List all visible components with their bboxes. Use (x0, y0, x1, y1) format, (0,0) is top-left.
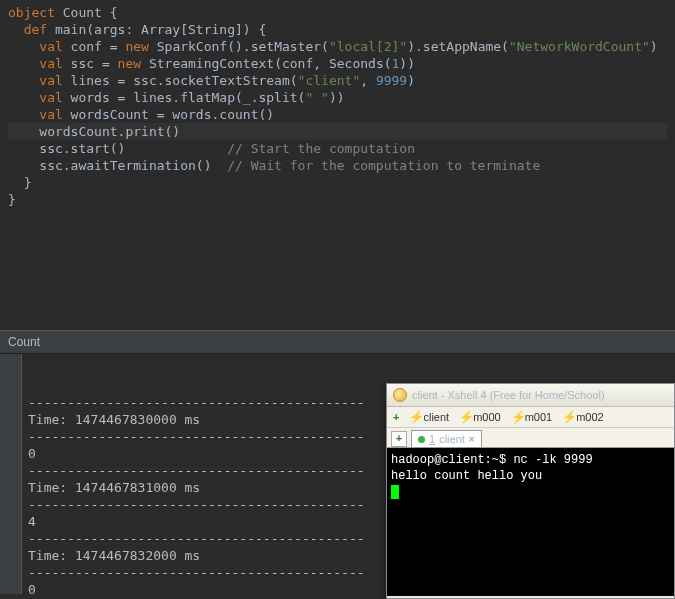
code-line[interactable]: } (8, 191, 667, 208)
xshell-titlebar[interactable]: client - Xshell 4 (Free for Home/School) (387, 384, 674, 407)
xshell-app-icon (393, 388, 407, 402)
toolbar-session-m002[interactable]: ⚡m002 (562, 410, 604, 424)
code-line[interactable]: val conf = new SparkConf().setMaster("lo… (8, 38, 667, 55)
tab-client[interactable]: 1 client × (411, 430, 482, 447)
toolbar-label: client (423, 411, 449, 423)
xshell-toolbar: + ⚡client ⚡m000 ⚡m001 ⚡m002 (387, 407, 674, 428)
lightning-icon: ⚡ (511, 410, 522, 424)
toolbar-label: m001 (525, 411, 553, 423)
toolbar-label: m002 (576, 411, 604, 423)
terminal-output[interactable]: hadoop@client:~$ nc -lk 9999hello count … (387, 448, 674, 596)
xshell-title-text: client - Xshell 4 (Free for Home/School) (412, 389, 605, 401)
lightning-icon: ⚡ (459, 410, 470, 424)
toolbar-session-m000[interactable]: ⚡m000 (459, 410, 501, 424)
code-line[interactable]: val lines = ssc.socketTextStream("client… (8, 72, 667, 89)
tab-label: client (439, 433, 465, 445)
toolbar-add-button[interactable]: + (393, 411, 399, 423)
code-editor[interactable]: object Count { def main(args: Array[Stri… (0, 0, 675, 330)
code-line[interactable]: val wordsCount = words.count() (8, 106, 667, 123)
console-gutter (0, 354, 22, 594)
terminal-line: hello count hello you (391, 468, 670, 484)
terminal-cursor (391, 485, 399, 499)
lightning-icon: ⚡ (562, 410, 573, 424)
code-line[interactable]: val ssc = new StreamingContext(conf, Sec… (8, 55, 667, 72)
plus-icon: + (393, 411, 399, 423)
xshell-window[interactable]: client - Xshell 4 (Free for Home/School)… (386, 383, 675, 599)
toolbar-label: m000 (473, 411, 501, 423)
xshell-tabbar: + 1 client × (387, 428, 674, 448)
lightning-icon: ⚡ (409, 410, 420, 424)
tab-number: 1 (429, 433, 435, 445)
connection-status-icon (418, 436, 425, 443)
terminal-line: hadoop@client:~$ nc -lk 9999 (391, 452, 670, 468)
code-line[interactable]: ssc.start() // Start the computation (8, 140, 667, 157)
new-tab-button[interactable]: + (391, 431, 407, 447)
console-panel-title: Count (0, 330, 675, 354)
toolbar-session-m001[interactable]: ⚡m001 (511, 410, 553, 424)
code-line[interactable]: val words = lines.flatMap(_.split(" ")) (8, 89, 667, 106)
code-line[interactable]: def main(args: Array[String]) { (8, 21, 667, 38)
close-icon[interactable]: × (469, 434, 475, 445)
code-line[interactable]: ssc.awaitTermination() // Wait for the c… (8, 157, 667, 174)
toolbar-session-client[interactable]: ⚡client (409, 410, 449, 424)
code-line[interactable]: wordsCount.print() (8, 123, 667, 140)
code-line[interactable]: object Count { (8, 4, 667, 21)
code-line[interactable]: } (8, 174, 667, 191)
